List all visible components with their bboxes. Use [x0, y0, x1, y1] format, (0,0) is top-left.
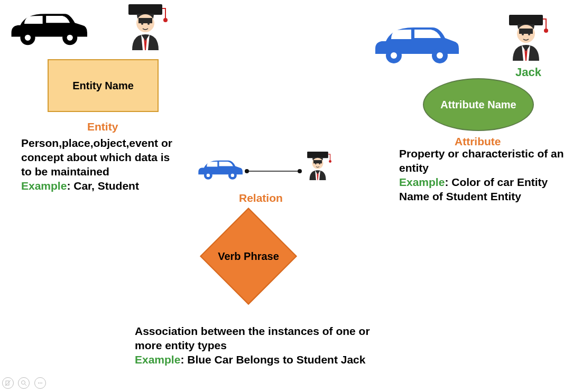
- attribute-description: Property or characteristic of an entity: [399, 147, 564, 174]
- relation-description: Association between the instances of one…: [135, 325, 370, 351]
- attribute-name-ellipse: Attribute Name: [423, 78, 534, 131]
- svg-rect-14: [509, 15, 543, 25]
- svg-line-36: [25, 384, 26, 386]
- zoom-icon: [18, 377, 30, 389]
- attribute-ellipse-label: Attribute Name: [440, 99, 516, 110]
- relation-description-block: Association between the instances of one…: [135, 324, 383, 367]
- svg-point-3: [67, 35, 73, 41]
- car-blue-attribute-icon: [370, 21, 460, 68]
- svg-point-19: [528, 33, 530, 35]
- entity-name-box: Entity Name: [48, 59, 159, 112]
- graduate-entity-icon: [119, 0, 172, 55]
- entity-title: Entity: [87, 120, 118, 133]
- svg-point-39: [41, 382, 42, 384]
- car-blue-relation-icon: [196, 156, 243, 184]
- svg-point-28: [329, 160, 331, 163]
- jack-label: Jack: [515, 66, 541, 79]
- relation-connector-line: [244, 166, 302, 176]
- svg-point-37: [38, 382, 39, 384]
- copy-disabled-icon: [2, 377, 14, 389]
- entity-example-text: : Car, Student: [67, 180, 139, 192]
- svg-rect-4: [128, 4, 162, 15]
- relation-example-text: : Blue Car Belongs to Student Jack: [180, 353, 365, 366]
- svg-point-32: [319, 163, 320, 164]
- attribute-title: Attribute: [455, 135, 501, 148]
- svg-point-35: [22, 381, 25, 385]
- relation-title: Relation: [239, 192, 283, 204]
- svg-point-11: [391, 52, 397, 59]
- svg-point-15: [544, 29, 548, 33]
- relation-diamond-label: Verb Phrase: [218, 250, 279, 263]
- entity-box-label: Entity Name: [72, 80, 134, 92]
- svg-point-5: [163, 18, 168, 22]
- relation-example-prefix: Example: [135, 353, 180, 366]
- svg-point-9: [147, 23, 150, 25]
- svg-rect-27: [307, 152, 328, 158]
- svg-point-18: [522, 33, 524, 35]
- svg-point-13: [437, 52, 443, 59]
- svg-point-1: [25, 35, 31, 41]
- relation-diamond: Verb Phrase: [196, 219, 301, 293]
- svg-point-8: [141, 23, 143, 25]
- attribute-description-block: Property or characteristic of an entity …: [399, 147, 568, 204]
- svg-point-31: [315, 163, 316, 164]
- entity-example-prefix: Example: [21, 180, 67, 192]
- entity-description-block: Person,place,object,event or concept abo…: [21, 136, 180, 193]
- svg-point-38: [40, 382, 41, 384]
- svg-rect-7: [138, 18, 152, 23]
- graduate-relation-icon: [301, 149, 334, 184]
- attribute-example-prefix: Example: [399, 176, 445, 188]
- car-black-icon: [5, 8, 90, 50]
- toolbar-icons: [2, 377, 48, 389]
- svg-rect-17: [519, 29, 533, 34]
- entity-description: Person,place,object,event or concept abo…: [21, 137, 172, 178]
- more-icon: [34, 377, 46, 389]
- graduate-attribute-icon: [500, 11, 552, 66]
- svg-point-23: [231, 174, 234, 177]
- svg-rect-30: [313, 160, 322, 163]
- svg-point-21: [207, 174, 210, 177]
